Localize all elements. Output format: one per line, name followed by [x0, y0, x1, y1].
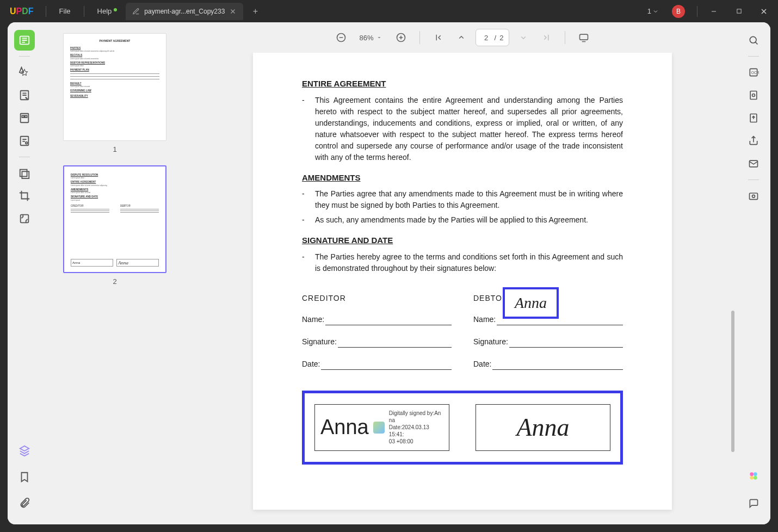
search-button[interactable]	[743, 30, 764, 51]
notification-count: 1	[647, 7, 651, 15]
tab-title: payment-agr...ent_Copy233	[144, 8, 225, 15]
ai-assistant-button[interactable]	[743, 466, 764, 486]
document-view: 86% / 2 ENTIRE AGREEMENT -This Agreement…	[188, 22, 737, 524]
amendments-body-1: The Parties agree that any amendments ma…	[315, 188, 623, 211]
minimize-button[interactable]	[703, 3, 725, 20]
help-notification-dot	[114, 8, 117, 11]
menu-help-label: Help	[97, 7, 112, 15]
creditor-column: CREDITOR Name: Signature: Date:	[302, 293, 452, 381]
divider	[19, 56, 30, 57]
signature-label: Signature:	[473, 336, 508, 348]
svg-rect-13	[580, 34, 588, 40]
thumb-sig-1: Anna	[71, 259, 113, 267]
svg-rect-10	[21, 215, 29, 223]
page-total: 2	[499, 34, 503, 42]
left-toolbar	[8, 22, 41, 524]
svg-point-7	[26, 142, 28, 144]
zoom-in-button[interactable]	[392, 29, 410, 46]
thumbnail-page-1[interactable]: PAYMENT AGREEMENT PARTIESLorem ipsum dol…	[63, 33, 166, 141]
thumb-label-2: 2	[63, 277, 166, 286]
page-input[interactable]	[481, 34, 491, 42]
avatar[interactable]: B	[672, 5, 685, 18]
svg-point-25	[750, 476, 754, 480]
bookmark-tool[interactable]	[14, 467, 35, 487]
signature-label: Signature:	[302, 336, 337, 348]
svg-text:OCR: OCR	[751, 71, 759, 75]
attachment-tool[interactable]	[14, 493, 35, 514]
screenshot-button[interactable]	[743, 185, 764, 206]
thumb-label-1: 1	[63, 145, 166, 153]
name-label: Name:	[302, 314, 324, 325]
date-label: Date:	[302, 358, 320, 370]
svg-rect-17	[750, 91, 757, 100]
svg-rect-0	[737, 9, 740, 13]
first-page-button[interactable]	[430, 29, 447, 46]
svg-rect-9	[22, 171, 29, 178]
thumb-sig-2: Anna	[116, 259, 159, 267]
date-label: Date:	[473, 358, 491, 370]
divider	[748, 180, 759, 180]
reader-tool[interactable]	[14, 30, 35, 51]
protect-button[interactable]	[743, 85, 764, 106]
svg-point-18	[752, 94, 755, 97]
handwritten-signature-box[interactable]: Anna	[476, 404, 610, 451]
new-tab-button[interactable]: +	[249, 5, 262, 18]
divider	[84, 6, 84, 17]
close-window-button[interactable]	[753, 3, 775, 20]
close-icon[interactable]	[229, 8, 237, 15]
document-scroll[interactable]: ENTIRE AGREEMENT -This Agreement contain…	[188, 53, 737, 524]
divider	[19, 157, 30, 157]
zoom-value: 86%	[360, 34, 374, 42]
redact-tool[interactable]	[14, 163, 35, 183]
crop-tool[interactable]	[14, 185, 35, 206]
zoom-out-button[interactable]	[332, 29, 350, 46]
svg-rect-4	[22, 115, 24, 117]
digital-sig-meta: Digitally signed by:Anna Date:2024.03.13…	[389, 410, 443, 445]
page-sep: /	[495, 34, 497, 42]
divider	[46, 6, 46, 17]
document-tab[interactable]: payment-agr...ent_Copy233	[126, 3, 243, 20]
divider	[565, 31, 565, 44]
compress-tool[interactable]	[14, 208, 35, 229]
menu-file[interactable]: File	[48, 7, 82, 15]
digital-signature-box[interactable]: Anna Digitally signed by:Anna Date:2024.…	[314, 404, 449, 451]
menu-help[interactable]: Help	[87, 7, 123, 15]
export-button[interactable]	[743, 108, 764, 128]
comment-button[interactable]	[743, 493, 764, 514]
edit-text-tool[interactable]	[14, 85, 35, 106]
svg-point-26	[754, 476, 757, 480]
date-line	[321, 361, 452, 370]
last-page-button[interactable]	[538, 29, 555, 46]
next-page-button[interactable]	[515, 29, 532, 46]
layers-tool[interactable]	[14, 441, 35, 461]
amendments-body-2: As such, any amendments made by the Part…	[315, 214, 623, 226]
floating-signature[interactable]: Anna	[503, 287, 559, 319]
organize-tool[interactable]	[14, 108, 35, 128]
page-indicator[interactable]: / 2	[476, 29, 510, 46]
form-tool[interactable]	[14, 131, 35, 151]
name-label: Name:	[473, 314, 496, 325]
zoom-select[interactable]: 86%	[355, 34, 387, 42]
email-button[interactable]	[743, 153, 764, 174]
thumb-title: PAYMENT AGREEMENT	[70, 39, 159, 43]
scrollbar[interactable]	[731, 311, 734, 452]
svg-point-14	[750, 36, 756, 43]
presentation-button[interactable]	[575, 29, 592, 46]
heading-amendments: AMENDMENTS	[302, 172, 623, 184]
divider	[697, 6, 697, 17]
notification-button[interactable]: 1	[644, 5, 662, 17]
svg-point-24	[754, 472, 757, 476]
prev-page-button[interactable]	[453, 29, 470, 46]
app-logo: UPDF	[0, 7, 44, 16]
entire-agreement-body: This Agreement contains the entire Agree…	[315, 95, 623, 163]
heading-entire-agreement: ENTIRE AGREEMENT	[302, 78, 623, 90]
share-button[interactable]	[743, 131, 764, 151]
ocr-button[interactable]: OCR	[743, 62, 764, 83]
highlight-tool[interactable]	[14, 62, 35, 83]
cursive-signature: Anna	[481, 409, 604, 446]
main-panel: PAYMENT AGREEMENT PARTIESLorem ipsum dol…	[8, 22, 770, 524]
chevron-down-icon	[652, 8, 659, 15]
thumbnail-page-2[interactable]: DISPUTE RESOLUTIONLorem ipsum dolor ENTI…	[63, 165, 166, 273]
maximize-button[interactable]	[728, 3, 750, 20]
certificate-icon	[373, 422, 385, 434]
